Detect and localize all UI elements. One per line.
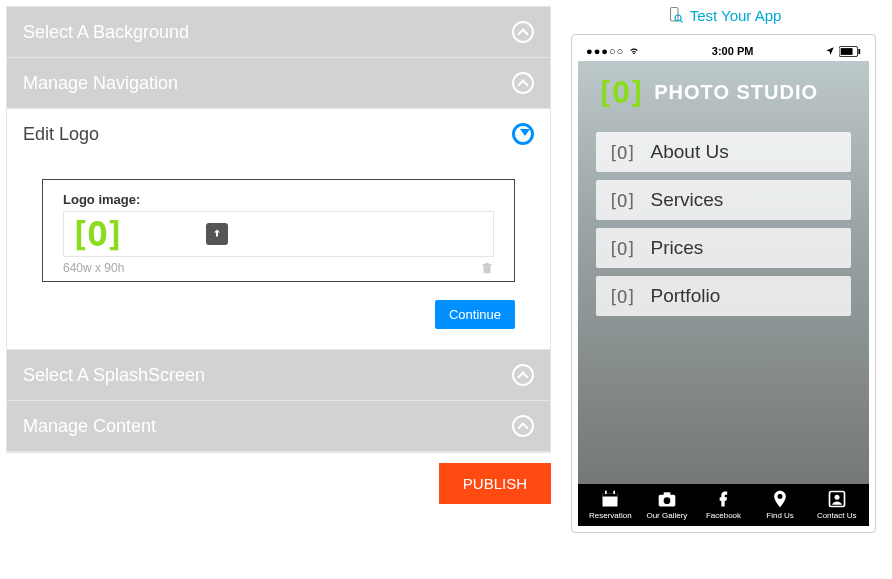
bottom-nav: Reservation Our Gallery Facebook Fi <box>578 484 869 526</box>
logo-dimensions: 640w x 90h <box>63 261 124 275</box>
menu-item-icon: [O] <box>608 190 635 211</box>
signal-icon: ●●●○○ <box>586 45 624 57</box>
trash-icon[interactable] <box>480 261 494 275</box>
logo-upload-box: Logo image: [O] 640w x 90h <box>42 179 515 282</box>
app-title: PHOTO STUDIO <box>654 81 818 104</box>
nav-label: Contact Us <box>817 511 857 520</box>
nav-label: Reservation <box>589 511 632 520</box>
nav-facebook[interactable]: Facebook <box>695 489 752 520</box>
logo-input-row: [O] <box>63 211 494 257</box>
accordion-background-title: Select A Background <box>23 22 189 43</box>
accordion-logo-body: Logo image: [O] 640w x 90h <box>7 159 550 349</box>
accordion-content-header[interactable]: Manage Content <box>7 401 550 451</box>
accordion-logo-header[interactable]: Edit Logo <box>7 109 550 159</box>
chevron-up-icon <box>512 415 534 437</box>
test-app-label: Test Your App <box>690 7 782 24</box>
battery-icon <box>839 46 861 57</box>
menu-item-portfolio[interactable]: [O] Portfolio <box>596 276 851 316</box>
menu-item-icon: [O] <box>608 142 635 163</box>
menu-item-label: Prices <box>651 237 704 259</box>
svg-rect-5 <box>858 48 860 53</box>
phone-screen: ●●●○○ 3:00 PM [O] PHOTO STUDIO <box>578 41 869 526</box>
accordion-logo-title: Edit Logo <box>23 124 99 145</box>
phone-body: [O] PHOTO STUDIO [O] About Us [O] Servic… <box>578 61 869 526</box>
publish-button[interactable]: PUBLISH <box>439 463 551 504</box>
accordion-splash-header[interactable]: Select A SplashScreen <box>7 350 550 400</box>
menu-item-about[interactable]: [O] About Us <box>596 132 851 172</box>
contact-icon <box>826 489 848 509</box>
menu-item-label: Portfolio <box>651 285 721 307</box>
upload-icon <box>211 228 223 240</box>
test-app-link[interactable]: Test Your App <box>571 6 876 24</box>
accordion-content-title: Manage Content <box>23 416 156 437</box>
svg-point-14 <box>834 495 839 500</box>
phone-status-bar: ●●●○○ 3:00 PM <box>578 41 869 61</box>
svg-rect-12 <box>664 492 671 495</box>
svg-point-11 <box>664 497 671 504</box>
settings-accordion: Select A Background Manage Navigation Ed… <box>6 6 551 453</box>
accordion-background-header[interactable]: Select A Background <box>7 7 550 57</box>
nav-contact[interactable]: Contact Us <box>808 489 865 520</box>
location-arrow-icon <box>825 46 835 56</box>
svg-rect-7 <box>603 493 618 496</box>
nav-label: Facebook <box>706 511 741 520</box>
chevron-down-icon <box>512 123 534 145</box>
app-menu-list: [O] About Us [O] Services [O] Prices [ <box>578 124 869 332</box>
app-header: [O] PHOTO STUDIO <box>578 61 869 124</box>
menu-item-label: About Us <box>651 141 729 163</box>
nav-findus[interactable]: Find Us <box>752 489 809 520</box>
app-logo-icon: [O] <box>596 75 644 110</box>
phone-time: 3:00 PM <box>712 45 754 57</box>
svg-rect-0 <box>670 8 678 22</box>
menu-item-label: Services <box>651 189 724 211</box>
calendar-icon <box>599 489 621 509</box>
chevron-up-icon <box>512 72 534 94</box>
svg-rect-4 <box>841 48 853 55</box>
menu-item-prices[interactable]: [O] Prices <box>596 228 851 268</box>
svg-rect-9 <box>614 491 616 494</box>
accordion-navigation-header[interactable]: Manage Navigation <box>7 58 550 108</box>
accordion-splash-title: Select A SplashScreen <box>23 365 205 386</box>
continue-button[interactable]: Continue <box>435 300 515 329</box>
phone-search-icon <box>666 6 684 24</box>
logo-preview: [O] <box>68 216 124 252</box>
accordion-navigation-title: Manage Navigation <box>23 73 178 94</box>
chevron-up-icon <box>512 21 534 43</box>
nav-gallery[interactable]: Our Gallery <box>639 489 696 520</box>
nav-label: Find Us <box>766 511 794 520</box>
logo-image-label: Logo image: <box>63 192 494 207</box>
nav-reservation[interactable]: Reservation <box>582 489 639 520</box>
svg-rect-8 <box>605 491 607 494</box>
nav-label: Our Gallery <box>646 511 687 520</box>
facebook-icon <box>712 489 734 509</box>
phone-preview-frame: ●●●○○ 3:00 PM [O] PHOTO STUDIO <box>571 34 876 533</box>
chevron-up-icon <box>512 364 534 386</box>
wifi-icon <box>628 46 640 56</box>
menu-item-icon: [O] <box>608 286 635 307</box>
pin-icon <box>769 489 791 509</box>
logo-bracket-icon: [O] <box>70 214 122 254</box>
upload-button[interactable] <box>206 223 228 245</box>
menu-item-icon: [O] <box>608 238 635 259</box>
camera-icon <box>656 489 678 509</box>
svg-line-2 <box>680 20 682 22</box>
menu-item-services[interactable]: [O] Services <box>596 180 851 220</box>
